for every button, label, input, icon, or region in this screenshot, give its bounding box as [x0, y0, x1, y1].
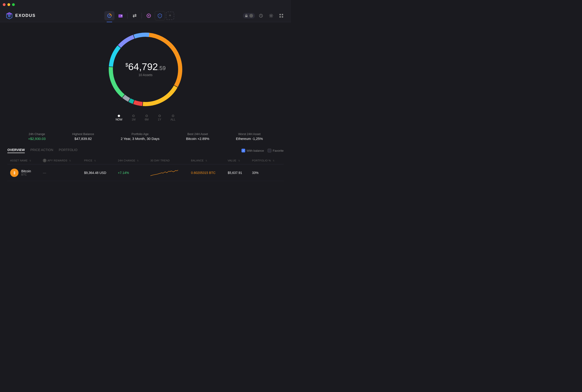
titlebar: [0, 0, 291, 9]
asset-name-text: Bitcoin BTC: [21, 169, 31, 176]
history-icon: [259, 14, 263, 18]
nav-divider-1: [128, 13, 128, 18]
stat-value-age: 2 Year, 3 Month, 30 Days: [121, 137, 160, 140]
svg-rect-16: [282, 16, 283, 18]
portfolio-cell: 33%: [249, 164, 284, 181]
sort-icon-apy: ⇅: [69, 160, 71, 162]
stat-value-24h: +$2,930.03: [28, 137, 46, 140]
balance-cell: 0.60205315 BTC: [188, 164, 225, 181]
maximize-button[interactable]: [12, 3, 15, 6]
timeline-dot-now: [118, 115, 120, 117]
svg-rect-10: [245, 16, 248, 17]
navbar: EXODUS: [0, 9, 291, 22]
stat-label-highest: Highest Balance: [72, 132, 94, 136]
asset-ticker: BTC: [21, 173, 31, 176]
nav-divider-2: [142, 13, 142, 18]
timeline-label-1y: 1Y: [158, 118, 161, 121]
value-cell: $5,637.91: [225, 164, 249, 181]
tab-overview[interactable]: OVERVIEW: [8, 148, 25, 153]
stat-value-best: Bitcoin +2.89%: [186, 137, 209, 140]
donut-center-value: $64,792.59 10 Assets: [126, 62, 166, 77]
timeline: NOW 1M 6M 1Y ALL: [116, 115, 176, 121]
filter-favorite[interactable]: Favorite: [268, 149, 284, 152]
currency-symbol: $: [126, 62, 128, 68]
svg-text:+: +: [160, 15, 160, 17]
shield-plus-icon: +: [157, 13, 162, 18]
nav-tab-wallet[interactable]: [116, 11, 126, 20]
svg-rect-14: [282, 14, 283, 15]
tab-portfolio[interactable]: PORTFOLIO: [59, 148, 78, 153]
price-cell: $9,364.48 USD: [82, 164, 115, 181]
th-value[interactable]: VALUE ⇅: [225, 157, 249, 164]
logo: EXODUS: [6, 12, 36, 20]
th-price[interactable]: PRICE ⇅: [82, 157, 115, 164]
nav-tab-shield[interactable]: +: [155, 11, 165, 20]
timeline-all[interactable]: ALL: [170, 115, 175, 121]
stat-worst-asset: Worst 24H Asset Ethereum -1,25%: [236, 132, 263, 140]
nav-tab-exchange[interactable]: [130, 11, 140, 20]
exchange-icon: [132, 13, 137, 18]
table-header-row: ASSET NAME ⇅ ?APY REWARDS ⇅ PRICE ⇅ 24H …: [8, 157, 284, 164]
stats-row: 24h Change +$2,930.03 Highest Balance $4…: [8, 132, 284, 140]
timeline-label-1m: 1M: [132, 118, 136, 121]
sort-icon-price: ⇅: [94, 160, 96, 162]
chart-section: $64,792.59 10 Assets NOW 1M 6M 1Y: [8, 28, 284, 127]
exodus-logo-icon: [6, 12, 13, 20]
timeline-1y[interactable]: 1Y: [158, 115, 161, 121]
navbar-tabs: + +: [104, 11, 174, 20]
stat-portfolio-age: Portfolio Age 2 Year, 3 Month, 30 Days: [121, 132, 160, 140]
minimize-button[interactable]: [8, 3, 10, 6]
stat-24h-change: 24h Change +$2,930.03: [28, 132, 46, 140]
history-button[interactable]: [257, 12, 265, 20]
bitcoin-icon: ₿: [10, 168, 18, 177]
settings-icon-btn[interactable]: [267, 12, 275, 20]
svg-point-12: [270, 15, 272, 16]
with-balance-checkbox[interactable]: [242, 149, 245, 152]
assets-count: 10 Assets: [126, 73, 166, 77]
donut-chart: $64,792.59 10 Assets: [104, 28, 187, 111]
svg-rect-13: [280, 14, 281, 15]
stat-label-best: Best 24H Asset: [186, 132, 209, 136]
filter-with-balance[interactable]: With balance: [242, 149, 264, 152]
grid-icon: [279, 14, 283, 18]
nav-tab-portfolio[interactable]: [104, 11, 114, 20]
timeline-6m[interactable]: 6M: [145, 115, 149, 121]
timeline-label-now: NOW: [116, 118, 122, 121]
grid-icon-btn[interactable]: [277, 12, 286, 20]
table-row[interactable]: ₿ Bitcoin BTC — $9,364.48 USD +7.14%: [8, 164, 284, 181]
th-asset-name[interactable]: ASSET NAME ⇅: [8, 157, 40, 164]
favorite-checkbox[interactable]: [268, 149, 271, 152]
th-apy-rewards[interactable]: ?APY REWARDS ⇅: [40, 157, 81, 164]
timeline-label-all: ALL: [170, 118, 175, 121]
stat-highest-balance: Highest Balance $47,839.82: [72, 132, 94, 140]
lock-toggle[interactable]: [243, 13, 255, 18]
table-tab-group: OVERVIEW PRICE ACTION PORTFOLIO: [8, 148, 78, 153]
nav-tab-apps[interactable]: [144, 11, 154, 20]
timeline-dot-6m: [146, 115, 148, 117]
timeline-dot-all: [172, 115, 174, 117]
logo-text: EXODUS: [15, 13, 36, 18]
stat-label-worst: Worst 24H Asset: [236, 132, 263, 136]
table-tabs-row: OVERVIEW PRICE ACTION PORTFOLIO With bal…: [8, 148, 284, 153]
stat-label-age: Portfolio Age: [121, 132, 160, 136]
lock-icon: [245, 14, 248, 17]
stat-label-24h: 24h Change: [28, 132, 46, 136]
th-portfolio-pct[interactable]: PORTFOLIO % ⇅: [249, 157, 284, 164]
trend-cell: [148, 164, 188, 181]
navbar-right: [243, 12, 286, 20]
timeline-now[interactable]: NOW: [116, 115, 122, 121]
wallet-icon: [118, 13, 123, 18]
timeline-label-6m: 6M: [145, 118, 149, 121]
asset-table: ASSET NAME ⇅ ?APY REWARDS ⇅ PRICE ⇅ 24H …: [8, 157, 284, 181]
timeline-1m[interactable]: 1M: [132, 115, 136, 121]
apps-icon: [146, 13, 151, 18]
th-balance[interactable]: BALANCE ⇅: [188, 157, 225, 164]
th-24h-change[interactable]: 24H CHANGE ⇅: [115, 157, 148, 164]
add-tab-button[interactable]: +: [166, 12, 174, 20]
with-balance-label: With balance: [246, 149, 264, 152]
svg-rect-15: [280, 16, 281, 18]
svg-point-4: [109, 15, 110, 16]
close-button[interactable]: [3, 3, 6, 6]
tab-price-action[interactable]: PRICE ACTION: [30, 148, 53, 153]
portfolio-value: $64,792.59: [126, 62, 166, 72]
